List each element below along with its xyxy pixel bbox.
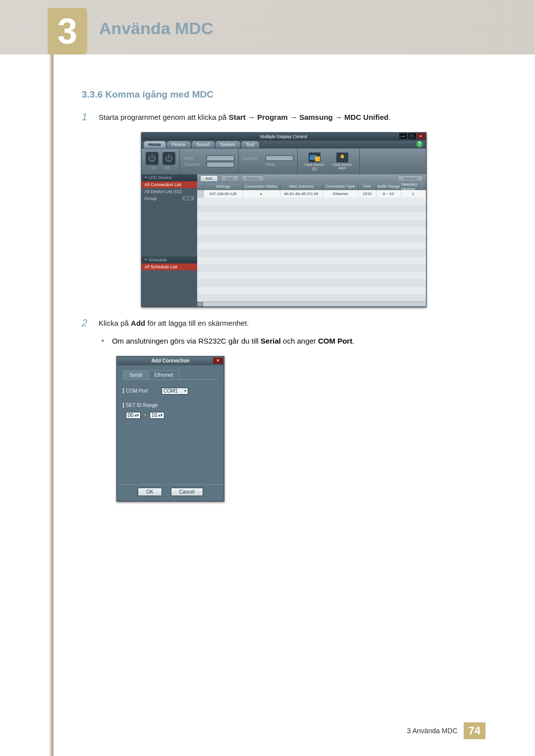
section-title: Komma igång med MDC xyxy=(106,89,214,100)
set-id-range-label: SET ID Range xyxy=(123,403,158,408)
cancel-button[interactable]: Cancel xyxy=(171,488,203,496)
step-2: 2 Klicka på Add för att lägga till en sk… xyxy=(82,318,485,329)
tab-ethernet[interactable]: Ethernet xyxy=(148,370,180,379)
ok-button[interactable]: OK xyxy=(138,488,161,496)
cell-mac: 40-61-86-4E-FC-65 xyxy=(280,190,323,198)
cell-settings: 107.108.89.126 xyxy=(204,190,243,198)
sidebar-header-schedule[interactable]: Schedule xyxy=(142,256,197,263)
edit-button[interactable]: Edit xyxy=(221,175,239,182)
stepper-icon: ▴▾ xyxy=(159,413,162,417)
label-channel: Channel xyxy=(184,162,204,167)
close-icon[interactable]: × xyxy=(417,133,425,139)
kw-add: Add xyxy=(131,319,145,327)
mdc-body: LFD Device All Connection List All Devic… xyxy=(142,174,426,306)
fault-device-icon[interactable] xyxy=(309,152,321,162)
cell-port: 1515 xyxy=(359,190,376,198)
chapter-badge: 3 xyxy=(48,8,87,54)
table-header: Settings Connection Status MAC Address C… xyxy=(197,183,426,190)
t: → xyxy=(333,113,344,121)
sidebar-item-all-connection[interactable]: All Connection List xyxy=(142,181,197,188)
menu-bar: Home Picture Sound System Tool ? xyxy=(142,141,426,149)
bullet-serial: • Om anslutningen görs via RS232C går du… xyxy=(102,336,485,347)
tab-home[interactable]: Home xyxy=(144,141,166,148)
dialog-close-icon[interactable]: × xyxy=(213,357,223,364)
chapter-title: Använda MDC xyxy=(99,19,213,38)
power-on-icon[interactable]: ⏻ xyxy=(146,152,159,165)
kw-start: Start xyxy=(229,113,246,121)
tab-tool[interactable]: Tool xyxy=(241,141,260,148)
add-button[interactable]: Add xyxy=(200,175,218,182)
t: → xyxy=(246,113,257,121)
t: . xyxy=(352,337,354,345)
cell-detected: 1 xyxy=(401,190,426,198)
tab-sound[interactable]: Sound xyxy=(192,141,214,148)
label-on: On xyxy=(151,166,157,170)
power-off-icon[interactable]: ⏻ xyxy=(162,152,175,165)
step-text: Starta programmet genom att klicka på St… xyxy=(99,112,390,123)
kw-samsung: Samsung xyxy=(299,113,333,121)
minimize-icon[interactable]: — xyxy=(399,133,407,139)
tab-picture[interactable]: Picture xyxy=(167,141,191,148)
t: och anger xyxy=(281,337,318,345)
range-from-value: 00 xyxy=(128,412,133,418)
tab-serial[interactable]: Serial xyxy=(123,370,149,379)
sidebar-item-all-device[interactable]: All Device List (01) xyxy=(142,188,197,195)
volume-group: Volume Mute xyxy=(239,149,298,174)
mdc-window: Multiple Display Control — □ × Home Pict… xyxy=(141,132,427,307)
footer-text: 3 Använda MDC xyxy=(407,727,458,735)
label-off: Off xyxy=(164,166,170,170)
sidebar-item-group[interactable]: Group Edit xyxy=(142,195,197,202)
col-settings: Settings xyxy=(204,183,243,190)
input-channel-group: Input Channel xyxy=(180,149,239,174)
cell-conn-status: ● xyxy=(243,190,280,198)
t: Klicka på xyxy=(99,319,131,327)
com-port-value: COM1 xyxy=(163,388,178,394)
col-conn-type: Connection Type xyxy=(323,183,359,190)
cell-range: 0 ~ 10 xyxy=(376,190,401,198)
channel-select[interactable] xyxy=(207,162,234,167)
bullet-icon: • xyxy=(102,336,104,347)
chapter-number: 3 xyxy=(57,11,77,51)
range-to-stepper[interactable]: 10 ▴▾ xyxy=(150,412,164,419)
label-input: Input xyxy=(184,155,204,160)
input-select[interactable] xyxy=(207,155,234,161)
page-number: 74 xyxy=(464,722,485,739)
left-margin-accent xyxy=(52,54,54,756)
set-id-range-row: SET ID Range 00 ▴▾ ~ 10 ▴▾ xyxy=(123,403,218,419)
window-titlebar: Multiple Display Control — □ × xyxy=(142,133,426,141)
power-group: ⏻ ⏻ On Off xyxy=(142,149,180,174)
fault-alert-icon[interactable] xyxy=(336,152,348,162)
sidebar-header-lfd[interactable]: LFD Device xyxy=(142,174,197,181)
col-setid-range: SetID Range xyxy=(376,183,401,190)
refresh-button[interactable]: Refresh xyxy=(398,175,423,182)
col-connection-status: Connection Status xyxy=(243,183,280,190)
t: → xyxy=(288,113,299,121)
t: för att lägga till en skärmenhet. xyxy=(145,319,249,327)
cell-ctype: Ethernet xyxy=(323,190,359,198)
help-icon[interactable]: ? xyxy=(416,141,423,148)
window-controls: — □ × xyxy=(399,133,425,139)
t: All Device List (01) xyxy=(145,189,182,194)
com-port-label: COM Port xyxy=(123,388,159,394)
dialog-titlebar: Add Connection × xyxy=(117,356,224,365)
empty-rows xyxy=(197,198,426,302)
bullet-text: Om anslutningen görs via RS232C går du t… xyxy=(112,336,354,347)
bell-icon xyxy=(339,154,346,161)
group-edit-pill[interactable]: Edit xyxy=(182,196,194,201)
tab-system[interactable]: System xyxy=(215,141,240,148)
volume-select[interactable] xyxy=(266,155,293,161)
range-from-stepper[interactable]: 00 ▴▾ xyxy=(126,412,141,419)
step-number: 2 xyxy=(82,318,90,329)
horizontal-scrollbar[interactable] xyxy=(197,302,426,306)
delete-button[interactable]: Delete xyxy=(242,175,264,182)
range-to-value: 10 xyxy=(152,412,157,418)
com-port-select[interactable]: COM1 ▾ xyxy=(161,388,188,395)
content-area: 3.3.6 Komma igång med MDC 1 Starta progr… xyxy=(82,89,485,502)
step-1: 1 Starta programmet genom att klicka på … xyxy=(82,112,485,123)
maximize-icon[interactable]: □ xyxy=(408,133,416,139)
scroll-thumb[interactable] xyxy=(197,302,203,306)
table-row[interactable]: 107.108.89.126 ● 40-61-86-4E-FC-65 Ether… xyxy=(197,190,426,198)
dialog-buttons: OK Cancel xyxy=(117,484,224,501)
sidebar-item-all-schedule[interactable]: All Schedule List xyxy=(142,263,197,270)
toolbar: ⏻ ⏻ On Off Input Channel xyxy=(142,149,426,174)
